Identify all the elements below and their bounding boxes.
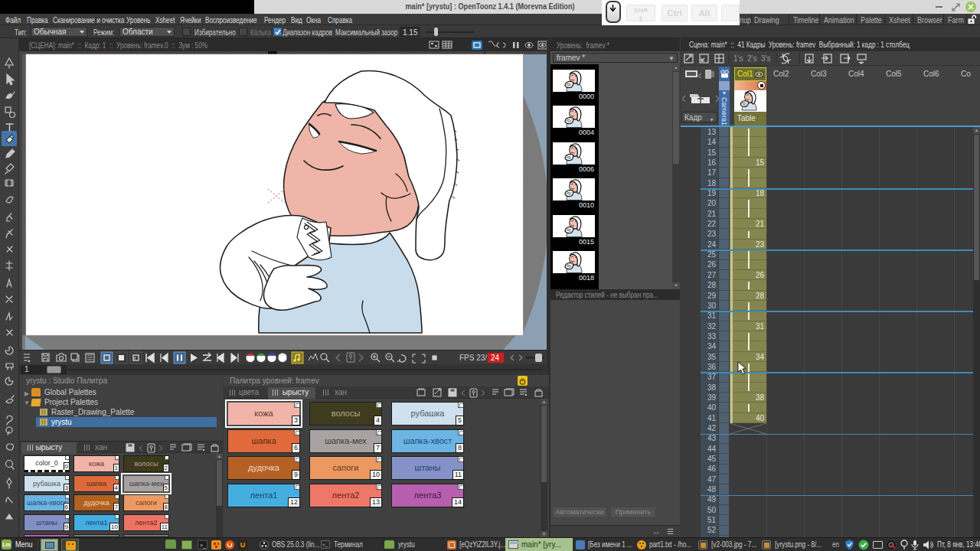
svg-text:2's: 2's [747, 54, 756, 63]
svg-text:FPS 23/: FPS 23/ [459, 354, 487, 362]
svg-text:24: 24 [491, 354, 500, 362]
svg-text:3's: 3's [761, 54, 770, 63]
svg-text:1's: 1's [733, 54, 743, 63]
